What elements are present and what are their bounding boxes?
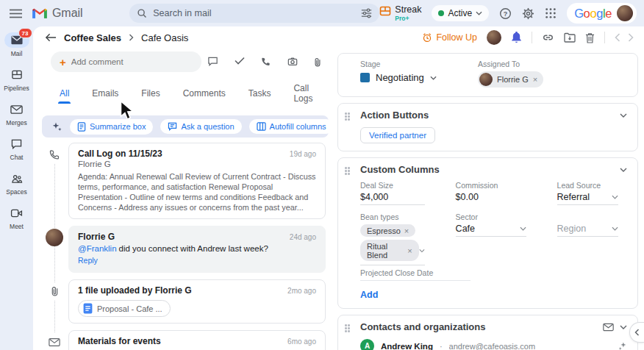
deal-size-field[interactable]: Deal Size $4,000 — [360, 181, 425, 205]
remove-icon[interactable]: × — [407, 246, 412, 255]
breadcrumb-pipeline[interactable]: Coffee Sales — [64, 32, 121, 43]
move-to-folder-icon[interactable] — [564, 32, 576, 43]
stage-label: Stage — [360, 60, 478, 68]
timeline-item-call-log[interactable]: Call Log on 11/15/23 19d ago Florrie G A… — [42, 143, 329, 219]
chevron-down-icon — [419, 249, 425, 253]
email-contacts-icon[interactable] — [603, 323, 614, 332]
chevron-down-icon — [612, 226, 618, 231]
back-arrow-icon[interactable] — [45, 33, 57, 42]
stage-dropdown[interactable]: Negotiating — [360, 72, 478, 83]
phone-icon — [45, 146, 64, 163]
call-log-icon[interactable] — [261, 57, 271, 68]
bean-type-chip[interactable]: Espresso × — [360, 224, 415, 237]
timeline-item-email[interactable]: Materials for events 6mo ago andrew@cafe… — [42, 330, 329, 350]
autofill-columns-button[interactable]: Autofill columns — [249, 119, 334, 134]
divider — [532, 32, 532, 43]
notifications-bell-icon[interactable] — [511, 32, 522, 43]
search-options-icon[interactable] — [361, 8, 372, 18]
streak-extension-button[interactable]: Streak Pro+ — [379, 5, 421, 21]
lead-source-field[interactable]: Lead Source Referral — [557, 181, 618, 205]
sidebar-item-merges[interactable]: Merges — [0, 101, 33, 126]
sidebar-item-spaces[interactable]: Spaces — [0, 171, 33, 196]
search-input[interactable] — [153, 8, 355, 18]
add-column-button[interactable]: Add — [360, 290, 378, 300]
magic-sparkle-icon[interactable] — [618, 341, 627, 350]
collapse-chevron-icon[interactable] — [620, 325, 627, 329]
previous-box-icon[interactable] — [615, 33, 620, 42]
ask-a-question-button[interactable]: Ask a question — [160, 119, 241, 134]
item-title: 1 file uploaded by Florrie G — [78, 285, 192, 296]
svg-text:?: ? — [504, 10, 507, 17]
action-buttons-card: Action Buttons Verified partner — [337, 103, 638, 151]
settings-gear-icon[interactable] — [522, 7, 534, 20]
region-field[interactable]: Region — [557, 213, 618, 265]
pipelines-icon — [11, 69, 23, 80]
sector-field[interactable]: Sector Cafe — [456, 213, 526, 265]
drag-handle-icon[interactable] — [345, 113, 351, 121]
remove-icon[interactable]: × — [404, 226, 409, 235]
verified-partner-button[interactable]: Verified partner — [360, 127, 435, 143]
apps-grid-icon[interactable] — [545, 7, 557, 19]
add-comment-input[interactable] — [71, 57, 182, 66]
plus-icon: + — [60, 57, 66, 68]
summarize-doc-icon — [77, 122, 86, 132]
assignee-avatar — [479, 73, 493, 86]
email-icon — [45, 333, 64, 350]
mention-link[interactable]: @Franklin — [78, 244, 117, 253]
attachment-icon[interactable] — [314, 57, 321, 68]
sidebar-item-meet[interactable]: Meet — [0, 205, 33, 230]
tab-comments[interactable]: Comments — [182, 87, 227, 103]
file-attachment-chip[interactable]: Proposal - Cafe ... — [78, 300, 171, 317]
delete-trash-icon[interactable] — [585, 32, 595, 43]
contact-email: andrew@cafeoasis.com — [449, 342, 536, 350]
contact-avatar: A — [360, 339, 374, 350]
sidebar-item-mail[interactable]: 73 Mail — [0, 32, 33, 57]
timeline-item-file[interactable]: 1 file uploaded by Florrie G 2mo ago Pro… — [42, 279, 329, 324]
summarize-box-button[interactable]: Summarize box — [70, 119, 153, 135]
merges-icon — [10, 104, 23, 115]
drag-handle-icon[interactable] — [345, 324, 351, 333]
comment-icon[interactable] — [207, 57, 218, 68]
tab-tasks[interactable]: Tasks — [247, 87, 273, 103]
search-icon — [137, 8, 147, 18]
remove-icon[interactable]: × — [533, 75, 537, 84]
commission-field[interactable]: Commission $0.00 — [456, 181, 526, 205]
bean-types-field[interactable]: Bean types Espresso × Ritual Blend — [360, 213, 425, 265]
tab-files[interactable]: Files — [140, 87, 161, 103]
panel-collapse-handle[interactable] — [629, 322, 644, 343]
drag-handle-icon[interactable] — [345, 167, 351, 176]
reply-button[interactable]: Reply — [78, 256, 98, 265]
search-bar[interactable] — [129, 4, 379, 23]
box-details-panel: Stage Negotiating Assigned To Florrie G — [334, 47, 644, 350]
tab-call-logs[interactable]: Call Logs — [292, 82, 314, 108]
question-bubble-icon — [168, 122, 177, 131]
google-account-area: Google — [567, 3, 637, 24]
account-avatar[interactable] — [617, 5, 633, 21]
assignee-chip[interactable]: Florrie G × — [478, 71, 543, 88]
tab-emails[interactable]: Emails — [90, 87, 120, 103]
gmail-logo[interactable]: Gmail — [32, 7, 129, 20]
status-dropdown[interactable]: Active — [432, 5, 489, 21]
ai-sparkle-icon — [51, 121, 62, 132]
sidebar-item-chat[interactable]: Chat — [0, 136, 33, 161]
section-title: Custom Columns — [360, 164, 440, 175]
tab-all[interactable]: All — [58, 87, 71, 103]
next-box-icon[interactable] — [628, 33, 634, 42]
hamburger-menu-icon[interactable] — [0, 9, 32, 18]
collapse-chevron-icon[interactable] — [620, 113, 627, 118]
timeline-item-comment[interactable]: Florrie G 24d ago @Franklindid you conne… — [42, 226, 329, 273]
bean-type-chip[interactable]: Ritual Blend × — [360, 240, 419, 261]
sidebar-item-pipelines[interactable]: Pipelines — [0, 67, 33, 92]
projected-close-date-field[interactable]: Projected Close Date — [360, 268, 471, 281]
contact-name: Andrew King — [381, 342, 433, 350]
item-timestamp: 24d ago — [284, 233, 316, 241]
task-check-icon[interactable] — [235, 57, 245, 68]
contact-row[interactable]: A Andrew King · andrew@cafeoasis.com — [360, 339, 627, 350]
collapse-chevron-icon[interactable] — [620, 168, 627, 172]
copy-link-icon[interactable] — [542, 32, 554, 43]
assignee-avatar[interactable] — [487, 30, 501, 45]
follow-up-button[interactable]: Follow Up — [422, 32, 477, 43]
help-icon[interactable]: ? — [499, 7, 512, 20]
camera-icon[interactable] — [287, 57, 298, 68]
add-comment-field[interactable]: + — [51, 51, 201, 72]
